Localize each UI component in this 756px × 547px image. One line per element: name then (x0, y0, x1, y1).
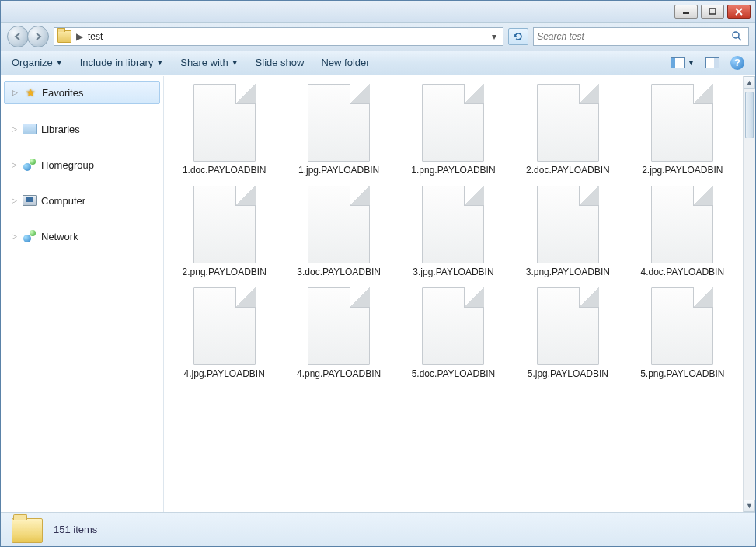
address-row: ▶ test ▾ (1, 23, 755, 51)
file-icon (308, 84, 370, 162)
file-name: 1.png.PAYLOADBIN (411, 165, 495, 176)
nav-item-label: Libraries (41, 124, 80, 135)
file-icon (308, 186, 370, 263)
nav-item-label: Homegroup (41, 159, 94, 171)
file-name: 5.doc.PAYLOADBIN (412, 368, 496, 380)
help-button[interactable]: ? (730, 56, 744, 70)
file-item[interactable]: 5.doc.PAYLOADBIN (398, 287, 509, 380)
file-item[interactable]: 5.png.PAYLOADBIN (627, 287, 738, 380)
minimize-button[interactable] (674, 5, 698, 19)
close-button[interactable] (727, 5, 751, 19)
scroll-up-button[interactable]: ▲ (744, 76, 755, 89)
file-item[interactable]: 5.jpg.PAYLOADBIN (512, 287, 623, 380)
expand-icon[interactable]: ▷ (10, 161, 18, 169)
new-folder-button[interactable]: New folder (321, 57, 369, 68)
file-item[interactable]: 1.png.PAYLOADBIN (398, 84, 509, 176)
scroll-track[interactable] (744, 89, 755, 500)
nav-item-favorites[interactable]: ▷★Favorites (4, 81, 160, 104)
refresh-button[interactable] (508, 28, 528, 45)
file-icon (537, 186, 599, 263)
file-item[interactable]: 4.png.PAYLOADBIN (283, 287, 394, 380)
file-icon (651, 84, 713, 162)
nav-item-libraries[interactable]: ▷Libraries (1, 118, 163, 140)
file-item[interactable]: 4.jpg.PAYLOADBIN (169, 287, 280, 380)
file-item[interactable]: 3.png.PAYLOADBIN (512, 186, 623, 278)
item-count: 151 items (54, 524, 97, 535)
file-item[interactable]: 3.doc.PAYLOADBIN (283, 186, 394, 278)
include-library-button[interactable]: Include in library ▼ (80, 57, 164, 68)
file-icon (537, 84, 599, 162)
nav-item-label: Network (41, 231, 78, 242)
organize-button[interactable]: Organize ▼ (12, 57, 63, 68)
view-button[interactable]: ▼ (671, 57, 695, 68)
address-bar[interactable]: ▶ test ▾ (54, 27, 503, 46)
breadcrumb-folder[interactable]: test (88, 31, 103, 42)
file-item[interactable]: 1.jpg.PAYLOADBIN (283, 84, 394, 176)
nav-item-network[interactable]: ▷Network (1, 225, 163, 247)
svg-rect-1 (709, 9, 716, 14)
file-item[interactable]: 1.doc.PAYLOADBIN (169, 84, 280, 176)
file-name: 1.jpg.PAYLOADBIN (298, 165, 379, 176)
preview-pane-button[interactable] (705, 57, 719, 68)
file-name: 4.doc.PAYLOADBIN (640, 267, 724, 278)
share-with-button[interactable]: Share with ▼ (180, 57, 238, 68)
homegroup-icon (23, 159, 37, 171)
organize-label: Organize (12, 57, 53, 68)
file-item[interactable]: 2.png.PAYLOADBIN (169, 186, 280, 278)
file-name: 1.doc.PAYLOADBIN (183, 165, 267, 176)
file-name: 3.doc.PAYLOADBIN (297, 267, 381, 278)
titlebar (1, 1, 755, 23)
file-icon (537, 287, 599, 365)
file-icon (422, 186, 484, 263)
svg-line-5 (738, 37, 741, 40)
nav-item-homegroup[interactable]: ▷Homegroup (1, 154, 163, 176)
slideshow-label: Slide show (256, 57, 305, 68)
file-name: 4.jpg.PAYLOADBIN (184, 368, 265, 380)
address-drop-icon[interactable]: ▾ (489, 31, 500, 42)
expand-icon[interactable]: ▷ (10, 232, 18, 240)
file-name: 5.png.PAYLOADBIN (640, 368, 724, 380)
navigation-pane: ▷★Favorites▷Libraries▷Homegroup▷Computer… (1, 76, 164, 512)
file-icon (193, 186, 256, 263)
main-area: ▷★Favorites▷Libraries▷Homegroup▷Computer… (1, 75, 755, 512)
chevron-down-icon: ▼ (232, 59, 239, 67)
chevron-down-icon: ▼ (688, 59, 695, 67)
network-icon (23, 230, 37, 242)
file-item[interactable]: 4.doc.PAYLOADBIN (627, 186, 738, 278)
file-item[interactable]: 3.jpg.PAYLOADBIN (398, 186, 509, 278)
folder-icon (57, 30, 71, 43)
computer-icon (23, 194, 37, 207)
slideshow-button[interactable]: Slide show (256, 57, 305, 68)
file-name: 2.png.PAYLOADBIN (183, 267, 267, 278)
expand-icon[interactable]: ▷ (11, 89, 19, 96)
search-input[interactable] (537, 31, 723, 42)
search-box[interactable] (533, 27, 749, 46)
scroll-thumb[interactable] (745, 92, 754, 138)
chevron-down-icon: ▼ (56, 59, 63, 67)
libraries-icon (23, 123, 37, 135)
back-button[interactable] (7, 26, 29, 47)
expand-icon[interactable]: ▷ (10, 197, 18, 204)
file-item[interactable]: 2.jpg.PAYLOADBIN (627, 84, 738, 176)
nav-item-computer[interactable]: ▷Computer (1, 190, 163, 211)
nav-item-label: Favorites (42, 87, 83, 99)
file-icon (651, 287, 713, 365)
nav-buttons (7, 26, 49, 47)
forward-button[interactable] (27, 26, 49, 47)
file-grid: 1.doc.PAYLOADBIN1.jpg.PAYLOADBIN1.png.PA… (164, 76, 743, 388)
scroll-down-button[interactable]: ▼ (744, 500, 755, 512)
expand-icon[interactable]: ▷ (10, 125, 18, 133)
file-icon (422, 287, 484, 365)
share-label: Share with (180, 57, 228, 68)
breadcrumb-separator-icon: ▶ (76, 31, 83, 42)
nav-item-label: Computer (41, 195, 85, 207)
include-label: Include in library (80, 57, 154, 68)
file-icon (193, 84, 256, 162)
file-item[interactable]: 2.doc.PAYLOADBIN (512, 84, 623, 176)
view-icon (671, 57, 685, 68)
search-icon[interactable] (728, 30, 745, 44)
maximize-button[interactable] (701, 5, 724, 19)
file-name: 2.doc.PAYLOADBIN (526, 165, 610, 176)
file-name: 2.jpg.PAYLOADBIN (642, 165, 723, 176)
vertical-scrollbar[interactable]: ▲ ▼ (743, 76, 755, 512)
